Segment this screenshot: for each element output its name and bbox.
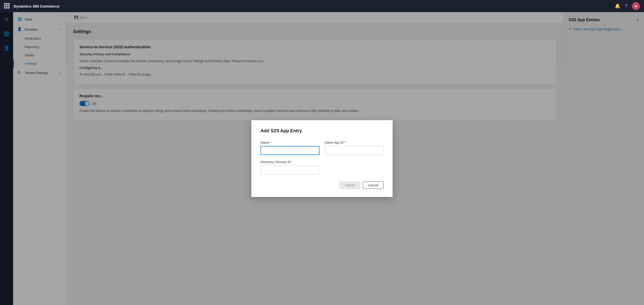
client-app-id-input[interactable] [325,146,384,155]
directory-tenant-id-input[interactable] [260,165,319,174]
add-s2s-modal: Add S2S App Entry Name* Client App ID* D… [251,120,393,197]
help-icon[interactable]: ? [625,4,627,9]
notification-icon[interactable]: 🔔 [615,3,620,9]
apps-grid-icon[interactable] [4,3,10,9]
form-group-spacer [325,160,384,174]
user-avatar[interactable]: M [632,2,640,10]
cancel-button[interactable]: Cancel [363,182,384,189]
form-group-directory-tenant-id: Directory (Tenant) ID* [260,160,319,174]
client-app-id-required-star: * [344,141,345,144]
form-row-name-clientid: Name* Client App ID* [260,141,384,155]
name-required-star: * [270,141,271,144]
name-label: Name* [260,141,319,144]
modal-title: Add S2S App Entry [260,128,384,134]
form-row-tenant-id: Directory (Tenant) ID* [260,160,384,174]
directory-tenant-id-label: Directory (Tenant) ID* [260,160,319,164]
submit-button[interactable]: Submit [339,182,360,189]
form-group-name: Name* [260,141,319,155]
client-app-id-label: Client App ID* [325,141,384,144]
directory-required-star: * [291,160,292,164]
form-group-client-app-id: Client App ID* [325,141,384,155]
topbar: Dynamics 365 Commerce 🔔 ? M [0,0,644,12]
topbar-right: 🔔 ? M [615,2,640,10]
modal-overlay: Add S2S App Entry Name* Client App ID* D… [0,12,644,305]
app-title: Dynamics 365 Commerce [14,4,60,8]
modal-footer: Submit Cancel [260,182,384,189]
name-input[interactable] [260,146,319,155]
